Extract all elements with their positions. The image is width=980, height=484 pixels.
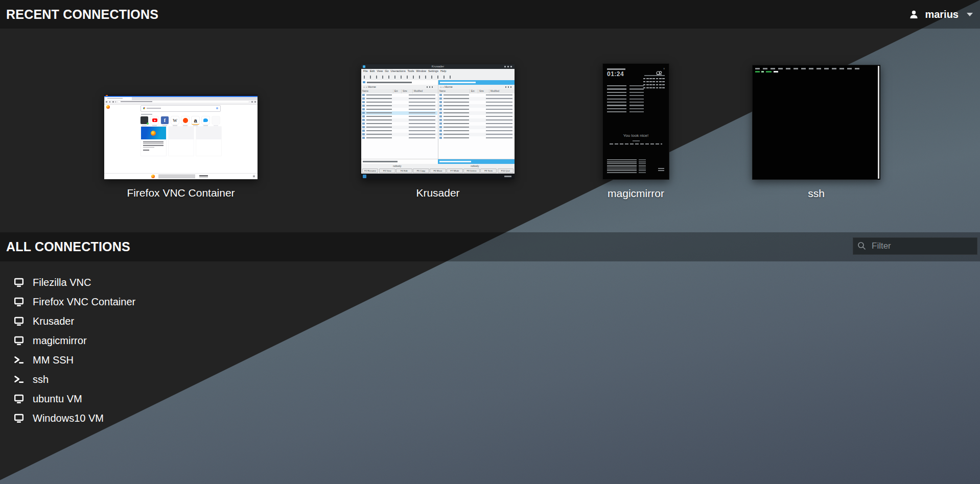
recent-connection-label: Krusader [416,187,459,199]
recent-connection-label: Firefox VNC Container [127,187,235,199]
decor [444,94,469,140]
menu-bar: File Edit View Go Useractions Tools Wind… [361,69,515,74]
active-path-highlight [438,80,515,85]
connection-label: ssh [33,374,49,385]
terminal-cursor [774,71,778,72]
decor [143,145,164,146]
monitor-icon [14,394,24,404]
column-header: Name [361,89,393,93]
left-file-list [361,93,437,140]
function-key-button: F7 Mkdir [447,168,462,173]
site-tile-icon [161,116,169,124]
decor [658,168,664,172]
firefox-thumbnail-mock [104,94,258,179]
scrollbar [878,66,879,179]
function-key-bar: F2 RenameF3 ViewF4 EditF5 CopyF6 MoveF7 … [361,168,515,174]
connection-row[interactable]: ubuntu VM [0,389,307,408]
decor [367,82,412,83]
decor [199,175,208,177]
cloud-icon [655,70,663,75]
decor [253,175,255,177]
column-header: Size [401,89,412,93]
decor [364,76,456,79]
connection-label: magicmirror [33,335,87,347]
connection-type-icon [14,355,24,365]
connection-label: Krusader [33,316,74,327]
column-header: Modified [489,89,514,93]
connection-type-icon [14,374,24,384]
promo-card [141,127,166,156]
toolbar [361,74,515,81]
filter-input[interactable] [853,237,977,255]
decor [766,71,772,72]
connection-row[interactable]: Filezilla VNC [0,273,307,292]
active-command-highlight [438,159,515,164]
site-tile-icon [192,116,199,125]
decor [409,94,435,140]
terminal-icon [14,374,24,384]
connection-label: MM SSH [33,354,74,366]
cookie-notice-bar [104,173,258,179]
decor [251,101,256,103]
connection-type-icon [14,394,24,404]
mini-calendar [642,78,665,90]
decor [440,82,476,83]
decor [106,101,116,103]
function-key-button: F4 Edit [396,168,412,173]
recent-connection-ssh[interactable]: ssh [752,65,880,180]
connection-row[interactable]: Krusader [0,311,307,331]
site-tile-icon [181,116,189,124]
compliment-text: You look nice! [603,133,669,138]
column-header: Name [438,89,470,93]
decor [158,175,195,178]
recent-connection-krusader[interactable]: Krusader File Edit View Go Useractions T… [361,64,515,179]
connection-row[interactable]: Windows10 VM [0,408,307,428]
connection-label: Windows10 VM [33,413,104,424]
window-controls [504,66,512,67]
header-bar: RECENT CONNECTIONS marius [0,0,980,29]
connection-row[interactable]: Firefox VNC Container [0,292,307,311]
search-icon [857,241,866,250]
recent-connection-label: magicmirror [608,187,664,200]
url-bar [118,101,249,104]
clock-text: 01:24 [607,70,624,78]
decor [147,108,161,109]
function-key-button: F9 Term [480,168,496,173]
site-tile-icon [151,116,158,124]
window-titlebar: Krusader [361,64,515,69]
magicmirror-thumbnail-mock: 01:24 ° You look nice! [602,63,669,180]
function-key-button: F10 Quit [498,168,514,173]
decor [439,94,442,139]
column-header: Ext [393,89,401,93]
decor [121,101,152,102]
function-key-button: F5 Copy [413,168,429,173]
decor [505,86,512,88]
connection-row[interactable]: ssh [0,370,307,389]
right-file-list [438,93,515,140]
decor [427,86,434,88]
browser-toolbar [104,100,258,105]
function-key-button: F2 Rename [362,168,378,173]
user-menu-button[interactable]: marius [909,0,973,29]
breadcrumb: ⌂ › Home [363,85,376,89]
function-key-button: F3 View [379,168,395,173]
site-tile-icon [141,116,148,124]
ssh-terminal-mock [752,65,880,180]
function-key-button: F8 Delete [463,168,479,173]
connection-row[interactable]: magicmirror [0,331,307,350]
monitor-icon [14,297,24,307]
decor [107,98,123,99]
guacamole-home: RECENT CONNECTIONS marius [0,0,980,484]
monitor-icon [14,316,24,326]
decor [362,94,365,139]
all-connections-bar: ALL CONNECTIONS [0,232,980,261]
recent-connection-firefox-vnc-container[interactable]: Firefox VNC Container [104,94,258,179]
site-tile-icon [202,116,209,124]
decor [169,127,194,156]
decor [761,71,764,72]
recent-connection-magicmirror[interactable]: 01:24 ° You look nice! magicmirror [602,63,669,180]
decor [141,114,152,115]
decor [504,176,511,177]
connection-row[interactable]: MM SSH [0,350,307,370]
decor [363,161,398,162]
